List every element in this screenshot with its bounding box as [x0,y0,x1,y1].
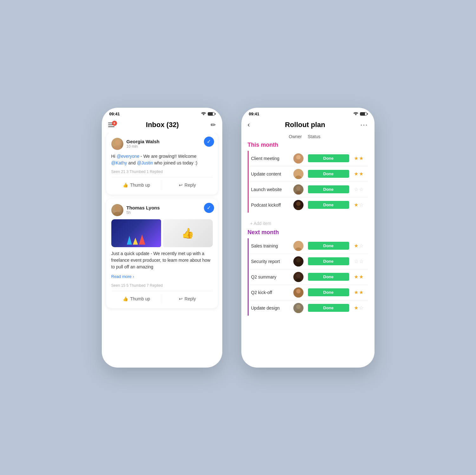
section-this-month: This month [248,142,368,148]
sender-name-1: Georgia Walsh [127,139,160,144]
read-more-link[interactable]: Read more [111,274,134,279]
star-full: ★ [359,289,363,295]
svg-point-8 [296,186,301,190]
section-next-month: Next month [248,229,368,236]
task-launch-website: Launch website [251,187,289,192]
svg-point-19 [295,294,302,298]
thumb-up-button-2[interactable]: 👍 Thumb up [111,294,162,303]
menu-button[interactable]: 8 [108,123,114,127]
avatar-georgia [111,138,123,150]
status-done-2: Done [308,170,349,178]
mention-justin: @Justin [137,160,153,165]
message-stats-2: Seen 15 5 Thumbed 7 Replied [111,283,213,288]
time-left: 09:41 [109,112,120,116]
status-icons-right [353,112,367,116]
inbox-title: Inbox (32) [146,121,179,129]
svg-point-18 [296,289,301,293]
table-row: Security report Done ☆ ☆ [249,254,368,269]
this-month-table: Client meeting Done ★ ★ [248,151,368,213]
svg-point-5 [295,160,302,164]
plan-content: Owner Status This month Client meeting [241,133,375,358]
owner-header: Owner [289,134,308,139]
star-full: ★ [354,305,358,311]
avatar-row-8 [293,287,303,298]
message-card-2: ✓ Thomas Lyons 5h [106,199,218,308]
svg-point-0 [115,140,120,145]
svg-point-14 [296,258,301,262]
star-full: ★ [359,155,363,161]
svg-point-7 [295,176,302,179]
image-colorful [111,219,161,247]
svg-point-4 [296,155,301,159]
mention-everyone: @everyone [117,154,140,159]
edit-icon[interactable]: ✏ [211,121,216,129]
more-button[interactable]: ··· [360,121,368,129]
star-full: ★ [359,274,363,280]
sender-time-2: 5h [127,210,160,215]
svg-point-11 [295,207,302,210]
star-rating-3: ☆ ☆ [349,186,368,192]
status-done-7: Done [308,273,349,281]
notification-badge: 8 [112,121,117,126]
reply-button-1[interactable]: ↩ Reply [162,181,213,189]
wifi-icon [201,112,206,116]
battery-icon-left [208,112,215,116]
star-full: ★ [354,155,358,161]
star-full: ★ [354,243,358,249]
message-card-1: ✓ Georgia Walsh 10 min Hi @everyone - W [106,133,218,195]
inbox-header: 8 Inbox (32) ✏ [102,118,222,133]
time-right: 09:41 [249,112,259,116]
reply-icon-1: ↩ [179,183,183,188]
star-empty: ☆ [359,258,363,264]
star-empty: ☆ [354,258,358,264]
avatar-row-9 [293,303,303,313]
task-client-meeting: Client meeting [251,156,289,161]
star-rating-8: ★ ★ [349,289,368,295]
status-done-9: Done [308,304,349,312]
star-rating-5: ★ ☆ [349,243,368,249]
star-rating-6: ☆ ☆ [349,258,368,264]
avatar-row-5 [293,241,303,251]
svg-point-21 [295,310,302,313]
status-done-1: Done [308,154,349,162]
scene: 09:41 8 Inbox (32) ✏ [102,108,375,368]
add-item-row[interactable]: + Add item [248,218,368,229]
back-button[interactable]: ‹ [248,121,250,129]
status-header: Status [308,134,349,139]
inbox-content: ✓ Georgia Walsh 10 min Hi @everyone - W [102,133,222,358]
star-full: ★ [359,171,363,177]
star-rating-9: ★ ☆ [349,305,368,311]
message-header-1: Georgia Walsh 10 min [111,138,213,150]
cone-yellow [133,238,138,245]
star-rating-2: ★ ★ [349,171,368,177]
sender-time-1: 10 min [127,144,160,149]
status-done-3: Done [308,185,349,193]
sender-name-2: Thomas Lyons [127,205,160,210]
check-badge-1: ✓ [204,137,214,147]
reply-button-2[interactable]: ↩ Reply [162,294,213,303]
status-bar-right: 09:41 [241,108,375,118]
svg-point-17 [295,279,302,282]
image-grid: 👍 [111,219,213,247]
star-full: ★ [354,171,358,177]
svg-point-12 [296,242,301,247]
table-row: Update design Done ★ ☆ [249,300,368,316]
mention-kathy: @Kathy [111,160,127,165]
status-done-4: Done [308,201,349,209]
avatar-row-1 [293,153,303,164]
avatar-row-6 [293,256,303,266]
task-q2-summary: Q2 summary [251,274,289,279]
left-phone: 09:41 8 Inbox (32) ✏ [102,108,222,368]
table-row: Podcast kickoff Done ★ ☆ [249,197,368,213]
status-done-8: Done [308,288,349,296]
star-rating-1: ★ ★ [349,155,368,161]
thumb-up-button-1[interactable]: 👍 Thumb up [111,181,162,189]
table-row: Q2 summary Done ★ ★ [249,269,368,285]
reply-icon-2: ↩ [179,296,183,301]
task-q2-kickoff: Q2 kick-off [251,290,289,295]
avatar-row-3 [293,184,303,195]
star-empty: ☆ [359,243,363,249]
message-body-2: Just a quick update - We recently met up… [111,250,213,270]
svg-point-13 [295,247,302,251]
table-row: Sales training Done ★ ☆ [249,238,368,254]
